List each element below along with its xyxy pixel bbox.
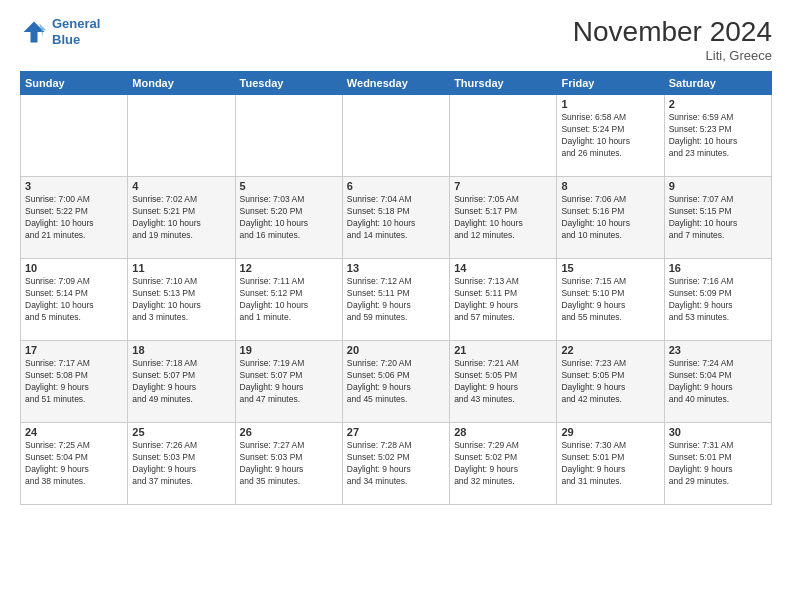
header: General Blue November 2024 Liti, Greece — [20, 16, 772, 63]
day-info: Sunrise: 7:11 AM Sunset: 5:12 PM Dayligh… — [240, 276, 338, 324]
table-row: 15Sunrise: 7:15 AM Sunset: 5:10 PM Dayli… — [557, 259, 664, 341]
day-number: 1 — [561, 98, 659, 110]
table-row: 10Sunrise: 7:09 AM Sunset: 5:14 PM Dayli… — [21, 259, 128, 341]
logo-icon — [20, 18, 48, 46]
table-row: 4Sunrise: 7:02 AM Sunset: 5:21 PM Daylig… — [128, 177, 235, 259]
col-friday: Friday — [557, 72, 664, 95]
day-number: 18 — [132, 344, 230, 356]
day-number: 27 — [347, 426, 445, 438]
table-row: 16Sunrise: 7:16 AM Sunset: 5:09 PM Dayli… — [664, 259, 771, 341]
day-info: Sunrise: 6:59 AM Sunset: 5:23 PM Dayligh… — [669, 112, 767, 160]
day-info: Sunrise: 7:15 AM Sunset: 5:10 PM Dayligh… — [561, 276, 659, 324]
table-row: 12Sunrise: 7:11 AM Sunset: 5:12 PM Dayli… — [235, 259, 342, 341]
day-number: 4 — [132, 180, 230, 192]
day-number: 7 — [454, 180, 552, 192]
table-row: 21Sunrise: 7:21 AM Sunset: 5:05 PM Dayli… — [450, 341, 557, 423]
day-info: Sunrise: 7:16 AM Sunset: 5:09 PM Dayligh… — [669, 276, 767, 324]
calendar-table: Sunday Monday Tuesday Wednesday Thursday… — [20, 71, 772, 505]
day-number: 30 — [669, 426, 767, 438]
col-tuesday: Tuesday — [235, 72, 342, 95]
day-info: Sunrise: 7:25 AM Sunset: 5:04 PM Dayligh… — [25, 440, 123, 488]
day-number: 23 — [669, 344, 767, 356]
table-row: 17Sunrise: 7:17 AM Sunset: 5:08 PM Dayli… — [21, 341, 128, 423]
day-number: 16 — [669, 262, 767, 274]
day-number: 22 — [561, 344, 659, 356]
day-number: 5 — [240, 180, 338, 192]
table-row: 1Sunrise: 6:58 AM Sunset: 5:24 PM Daylig… — [557, 95, 664, 177]
table-row: 9Sunrise: 7:07 AM Sunset: 5:15 PM Daylig… — [664, 177, 771, 259]
col-saturday: Saturday — [664, 72, 771, 95]
day-info: Sunrise: 7:28 AM Sunset: 5:02 PM Dayligh… — [347, 440, 445, 488]
col-sunday: Sunday — [21, 72, 128, 95]
table-row: 20Sunrise: 7:20 AM Sunset: 5:06 PM Dayli… — [342, 341, 449, 423]
logo-line1: General — [52, 16, 100, 31]
day-info: Sunrise: 7:07 AM Sunset: 5:15 PM Dayligh… — [669, 194, 767, 242]
day-number: 26 — [240, 426, 338, 438]
day-info: Sunrise: 7:29 AM Sunset: 5:02 PM Dayligh… — [454, 440, 552, 488]
day-number: 8 — [561, 180, 659, 192]
day-number: 2 — [669, 98, 767, 110]
table-row — [450, 95, 557, 177]
day-info: Sunrise: 7:27 AM Sunset: 5:03 PM Dayligh… — [240, 440, 338, 488]
day-info: Sunrise: 7:04 AM Sunset: 5:18 PM Dayligh… — [347, 194, 445, 242]
day-number: 28 — [454, 426, 552, 438]
day-info: Sunrise: 7:20 AM Sunset: 5:06 PM Dayligh… — [347, 358, 445, 406]
day-info: Sunrise: 7:06 AM Sunset: 5:16 PM Dayligh… — [561, 194, 659, 242]
table-row: 26Sunrise: 7:27 AM Sunset: 5:03 PM Dayli… — [235, 423, 342, 505]
month-title: November 2024 — [573, 16, 772, 48]
day-number: 29 — [561, 426, 659, 438]
day-info: Sunrise: 7:18 AM Sunset: 5:07 PM Dayligh… — [132, 358, 230, 406]
table-row: 29Sunrise: 7:30 AM Sunset: 5:01 PM Dayli… — [557, 423, 664, 505]
logo-text: General Blue — [52, 16, 100, 47]
table-row — [235, 95, 342, 177]
logo-line2: Blue — [52, 32, 80, 47]
table-row: 18Sunrise: 7:18 AM Sunset: 5:07 PM Dayli… — [128, 341, 235, 423]
table-row: 24Sunrise: 7:25 AM Sunset: 5:04 PM Dayli… — [21, 423, 128, 505]
table-row — [128, 95, 235, 177]
day-number: 24 — [25, 426, 123, 438]
day-number: 9 — [669, 180, 767, 192]
table-row: 13Sunrise: 7:12 AM Sunset: 5:11 PM Dayli… — [342, 259, 449, 341]
day-number: 25 — [132, 426, 230, 438]
table-row: 14Sunrise: 7:13 AM Sunset: 5:11 PM Dayli… — [450, 259, 557, 341]
day-number: 12 — [240, 262, 338, 274]
table-row: 6Sunrise: 7:04 AM Sunset: 5:18 PM Daylig… — [342, 177, 449, 259]
day-info: Sunrise: 7:26 AM Sunset: 5:03 PM Dayligh… — [132, 440, 230, 488]
table-row: 3Sunrise: 7:00 AM Sunset: 5:22 PM Daylig… — [21, 177, 128, 259]
table-row: 5Sunrise: 7:03 AM Sunset: 5:20 PM Daylig… — [235, 177, 342, 259]
logo: General Blue — [20, 16, 100, 47]
table-row: 2Sunrise: 6:59 AM Sunset: 5:23 PM Daylig… — [664, 95, 771, 177]
day-number: 6 — [347, 180, 445, 192]
col-monday: Monday — [128, 72, 235, 95]
table-row: 28Sunrise: 7:29 AM Sunset: 5:02 PM Dayli… — [450, 423, 557, 505]
day-info: Sunrise: 7:12 AM Sunset: 5:11 PM Dayligh… — [347, 276, 445, 324]
col-thursday: Thursday — [450, 72, 557, 95]
day-info: Sunrise: 7:21 AM Sunset: 5:05 PM Dayligh… — [454, 358, 552, 406]
day-number: 19 — [240, 344, 338, 356]
day-info: Sunrise: 7:19 AM Sunset: 5:07 PM Dayligh… — [240, 358, 338, 406]
day-info: Sunrise: 6:58 AM Sunset: 5:24 PM Dayligh… — [561, 112, 659, 160]
table-row: 22Sunrise: 7:23 AM Sunset: 5:05 PM Dayli… — [557, 341, 664, 423]
day-info: Sunrise: 7:13 AM Sunset: 5:11 PM Dayligh… — [454, 276, 552, 324]
table-row: 27Sunrise: 7:28 AM Sunset: 5:02 PM Dayli… — [342, 423, 449, 505]
day-number: 17 — [25, 344, 123, 356]
day-number: 20 — [347, 344, 445, 356]
col-wednesday: Wednesday — [342, 72, 449, 95]
calendar-header-row: Sunday Monday Tuesday Wednesday Thursday… — [21, 72, 772, 95]
day-info: Sunrise: 7:05 AM Sunset: 5:17 PM Dayligh… — [454, 194, 552, 242]
day-number: 21 — [454, 344, 552, 356]
table-row: 23Sunrise: 7:24 AM Sunset: 5:04 PM Dayli… — [664, 341, 771, 423]
page: General Blue November 2024 Liti, Greece … — [0, 0, 792, 612]
day-info: Sunrise: 7:17 AM Sunset: 5:08 PM Dayligh… — [25, 358, 123, 406]
day-number: 14 — [454, 262, 552, 274]
day-info: Sunrise: 7:31 AM Sunset: 5:01 PM Dayligh… — [669, 440, 767, 488]
table-row — [21, 95, 128, 177]
day-info: Sunrise: 7:23 AM Sunset: 5:05 PM Dayligh… — [561, 358, 659, 406]
table-row: 7Sunrise: 7:05 AM Sunset: 5:17 PM Daylig… — [450, 177, 557, 259]
calendar-week-row: 17Sunrise: 7:17 AM Sunset: 5:08 PM Dayli… — [21, 341, 772, 423]
day-info: Sunrise: 7:10 AM Sunset: 5:13 PM Dayligh… — [132, 276, 230, 324]
day-number: 13 — [347, 262, 445, 274]
day-info: Sunrise: 7:24 AM Sunset: 5:04 PM Dayligh… — [669, 358, 767, 406]
day-number: 15 — [561, 262, 659, 274]
calendar-week-row: 24Sunrise: 7:25 AM Sunset: 5:04 PM Dayli… — [21, 423, 772, 505]
